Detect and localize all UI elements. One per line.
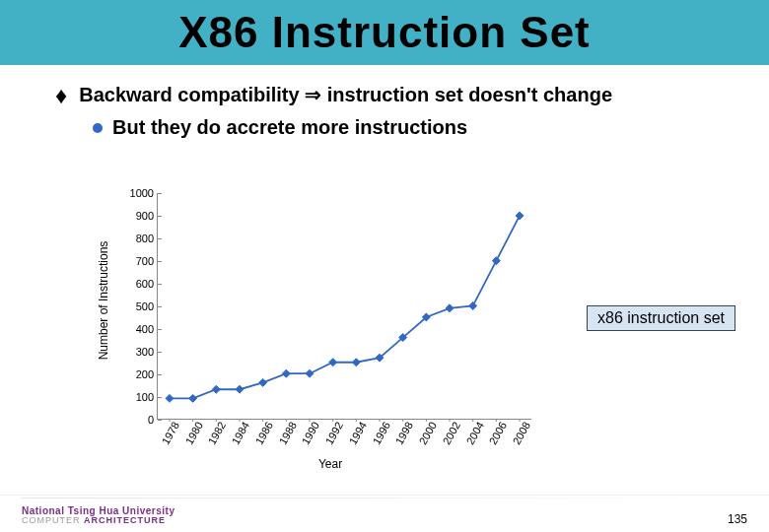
y-tick: 300 bbox=[136, 346, 158, 358]
bullet-level1: ♦ Backward compatibility ⇒ instruction s… bbox=[55, 83, 730, 110]
x-tick: 2004 bbox=[463, 420, 486, 446]
data-point bbox=[352, 359, 360, 366]
x-tick: 2006 bbox=[487, 420, 510, 446]
dept-part-b: ARCHITECTURE bbox=[84, 515, 166, 525]
data-point bbox=[189, 394, 197, 402]
y-tick: 0 bbox=[148, 414, 158, 426]
slide-title: X86 Instruction Set bbox=[178, 8, 591, 57]
x-tick: 1990 bbox=[300, 420, 322, 446]
data-point bbox=[469, 302, 477, 310]
data-point bbox=[329, 359, 337, 366]
bullet-level2: But they do accrete more instructions bbox=[93, 116, 730, 139]
slide-root: X86 Instruction Set ♦ Backward compatibi… bbox=[0, 0, 769, 532]
x-tick: 1978 bbox=[159, 420, 181, 446]
page-number: 135 bbox=[728, 512, 747, 526]
x-tick: 1988 bbox=[276, 420, 299, 446]
x-tick: 1994 bbox=[346, 420, 369, 446]
bullet-l1-text: Backward compatibility ⇒ instruction set… bbox=[79, 83, 730, 107]
chart: Number of Instructions 01002003004005006… bbox=[104, 187, 557, 463]
bullet-l1-part-b: instruction set doesn't change bbox=[321, 84, 612, 105]
y-tick: 700 bbox=[136, 255, 158, 267]
dot-icon bbox=[93, 123, 103, 133]
department-name: COMPUTER ARCHITECTURE bbox=[22, 516, 175, 526]
y-axis-label: Number of Instructions bbox=[97, 241, 110, 361]
data-point bbox=[492, 257, 500, 265]
x-tick: 2008 bbox=[510, 420, 532, 446]
bullet-l1-part-a: Backward compatibility bbox=[79, 84, 305, 105]
footer-logo: National Tsing Hua University COMPUTER A… bbox=[22, 505, 175, 526]
diamond-icon: ♦ bbox=[55, 81, 67, 110]
title-band: X86 Instruction Set bbox=[0, 0, 769, 65]
footer: National Tsing Hua University COMPUTER A… bbox=[0, 495, 769, 532]
footer-rule bbox=[22, 498, 747, 499]
data-point bbox=[259, 378, 267, 386]
dept-part-a: COMPUTER bbox=[22, 515, 84, 525]
x-tick: 2000 bbox=[417, 420, 440, 446]
x-tick: 1982 bbox=[206, 420, 229, 446]
x-tick: 1996 bbox=[370, 420, 392, 446]
implies-symbol: ⇒ bbox=[305, 84, 321, 105]
bullet-l2-text: But they do accrete more instructions bbox=[112, 116, 467, 139]
y-tick: 500 bbox=[136, 300, 158, 312]
y-tick: 400 bbox=[136, 323, 158, 335]
data-point bbox=[282, 369, 290, 377]
data-point bbox=[516, 212, 524, 220]
y-tick: 200 bbox=[136, 368, 158, 380]
y-tick: 900 bbox=[136, 210, 158, 222]
data-point bbox=[212, 385, 220, 393]
data-point bbox=[166, 394, 174, 402]
y-tick: 1000 bbox=[130, 187, 158, 199]
content-area: ♦ Backward compatibility ⇒ instruction s… bbox=[0, 65, 769, 139]
x-axis-label: Year bbox=[104, 457, 557, 471]
plot-area: 0100200300400500600700800900100019781980… bbox=[157, 193, 531, 420]
callout-box: x86 instruction set bbox=[587, 305, 735, 331]
x-tick: 1984 bbox=[230, 420, 252, 446]
x-tick: 2002 bbox=[440, 420, 462, 446]
x-tick: 1992 bbox=[323, 420, 346, 446]
data-point bbox=[446, 304, 454, 312]
y-tick: 800 bbox=[136, 233, 158, 244]
chart-svg bbox=[158, 193, 531, 419]
x-tick: 1980 bbox=[182, 420, 205, 446]
data-point bbox=[306, 369, 314, 377]
data-point bbox=[236, 385, 244, 393]
x-tick: 1986 bbox=[252, 420, 275, 446]
y-tick: 100 bbox=[136, 391, 158, 403]
y-tick: 600 bbox=[136, 278, 158, 290]
x-tick: 1998 bbox=[393, 420, 416, 446]
